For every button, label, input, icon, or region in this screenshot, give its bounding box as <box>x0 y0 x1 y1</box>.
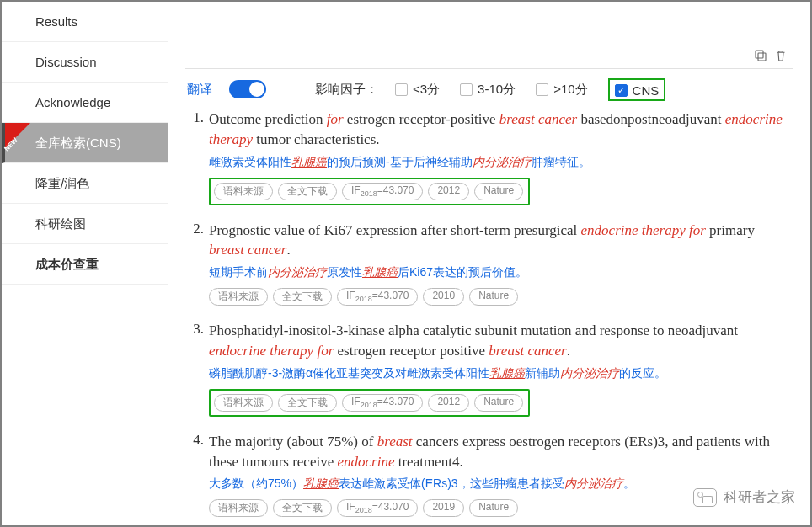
tag-download[interactable]: 全文下载 <box>278 183 337 200</box>
result-translation: 大多数（约75%）乳腺癌表达雌激素受体(ERs)3，这些肿瘤患者接受内分泌治疗。 <box>209 475 793 492</box>
filter-checkbox-1[interactable]: 3-10分 <box>460 82 516 98</box>
app-frame: ResultsDiscussionAcknowledge全库检索(CNS)NEW… <box>0 0 812 527</box>
result-title[interactable]: The majority (about 75%) of breast cance… <box>209 432 793 472</box>
main-content: 翻译 影响因子： <3分3-10分>10分✓CNS 1.Outcome pred… <box>168 2 810 525</box>
result-title[interactable]: Prognostic value of Ki67 expression afte… <box>209 221 793 261</box>
tag-year[interactable]: 2010 <box>423 288 464 306</box>
copy-icon[interactable] <box>753 48 768 63</box>
tag-download[interactable]: 全文下载 <box>273 499 332 517</box>
sidebar-item-6[interactable]: 成本价查重 <box>2 244 168 285</box>
delete-icon[interactable] <box>773 48 788 63</box>
translate-toggle[interactable] <box>229 80 266 98</box>
filter-checkbox-3[interactable]: ✓CNS <box>615 83 660 98</box>
tag-download[interactable]: 全文下载 <box>278 394 337 412</box>
result-item-1: 1.Outcome prediction for estrogen recept… <box>185 109 793 205</box>
result-number: 1. <box>185 109 209 205</box>
impact-factor-label: 影响因子： <box>315 82 378 98</box>
top-bar <box>185 2 793 69</box>
highlighted-tag-row: 语料来源全文下载IF2018=43.0702012Nature <box>209 389 530 417</box>
sidebar-item-0[interactable]: Results <box>2 2 168 42</box>
tag-impact-factor[interactable]: IF2018=43.070 <box>337 499 418 517</box>
filter-checkbox-2[interactable]: >10分 <box>536 82 587 98</box>
result-item-3: 3.Phosphatidyl-inositol-3-kinase alpha c… <box>185 321 793 417</box>
result-title[interactable]: Phosphatidyl-inositol-3-kinase alpha cat… <box>209 321 793 361</box>
sidebar-item-5[interactable]: 科研绘图 <box>2 204 168 244</box>
tag-journal[interactable]: Nature <box>474 394 523 412</box>
svg-rect-0 <box>758 53 766 61</box>
tag-impact-factor[interactable]: IF2018=43.070 <box>337 288 418 306</box>
result-number: 4. <box>185 432 209 518</box>
result-number: 2. <box>185 221 209 306</box>
tag-journal[interactable]: Nature <box>469 288 518 306</box>
tag-impact-factor[interactable]: IF2018=43.070 <box>342 183 423 200</box>
tag-year[interactable]: 2019 <box>423 499 464 517</box>
highlight-cns: ✓CNS <box>608 78 666 101</box>
tag-impact-factor[interactable]: IF2018=43.070 <box>342 394 423 412</box>
tag-source[interactable]: 语料来源 <box>214 183 273 200</box>
results-list: 1.Outcome prediction for estrogen recept… <box>185 109 793 525</box>
tag-row: 语料来源全文下载IF2018=43.0702019Nature <box>209 499 793 517</box>
sidebar-item-2[interactable]: Acknowledge <box>2 83 168 123</box>
filter-row: 翻译 影响因子： <3分3-10分>10分✓CNS <box>185 69 793 109</box>
tag-source[interactable]: 语料来源 <box>209 499 268 517</box>
tag-row: 语料来源全文下载IF2018=43.0702010Nature <box>209 288 793 306</box>
result-translation: 磷脂酰肌醇-3-激酶α催化亚基突变及对雌激素受体阳性乳腺癌新辅助内分泌治疗的反应… <box>209 365 793 382</box>
sidebar-item-1[interactable]: Discussion <box>2 42 168 83</box>
tag-download[interactable]: 全文下载 <box>273 288 332 306</box>
result-translation: 短期手术前内分泌治疗原发性乳腺癌后Ki67表达的预后价值。 <box>209 264 793 281</box>
result-item-2: 2.Prognostic value of Ki67 expression af… <box>185 221 793 306</box>
sidebar-item-3[interactable]: 全库检索(CNS)NEW <box>2 123 168 163</box>
result-translation: 雌激素受体阳性乳腺癌的预后预测-基于后神经辅助内分泌治疗肿瘤特征。 <box>209 153 793 171</box>
translate-label: 翻译 <box>187 82 212 98</box>
svg-rect-1 <box>756 51 763 58</box>
highlighted-tag-row: 语料来源全文下载IF2018=43.0702012Nature <box>209 178 530 205</box>
tag-journal[interactable]: Nature <box>469 499 518 517</box>
sidebar: ResultsDiscussionAcknowledge全库检索(CNS)NEW… <box>2 2 168 525</box>
new-badge: NEW <box>5 123 30 148</box>
result-title[interactable]: Outcome prediction for estrogen receptor… <box>209 109 793 150</box>
sidebar-item-4[interactable]: 降重/润色 <box>2 163 168 204</box>
tag-year[interactable]: 2012 <box>428 183 469 200</box>
tag-journal[interactable]: Nature <box>474 183 523 200</box>
tag-source[interactable]: 语料来源 <box>214 394 273 412</box>
result-number: 3. <box>185 321 209 417</box>
tag-year[interactable]: 2012 <box>428 394 469 412</box>
top-action-icons <box>753 48 788 63</box>
tag-source[interactable]: 语料来源 <box>209 288 268 306</box>
result-item-4: 4.The majority (about 75%) of breast can… <box>185 432 793 518</box>
filter-checkbox-0[interactable]: <3分 <box>395 82 440 98</box>
